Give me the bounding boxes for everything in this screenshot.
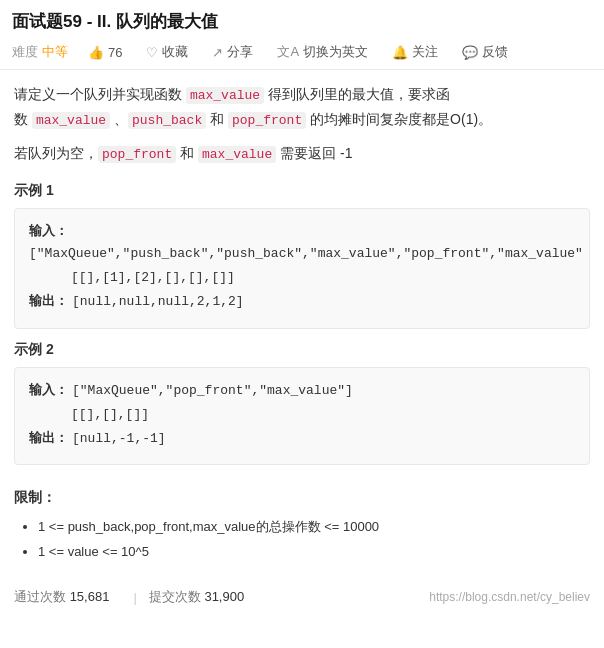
desc-text-5: 和 (206, 111, 228, 127)
code-pop-front: pop_front (228, 112, 306, 129)
feedback-button[interactable]: 💬 反馈 (458, 41, 512, 63)
constraint-item-1: 1 <= push_back,pop_front,max_value的总操作数 … (38, 515, 590, 540)
code-max-value-2: max_value (32, 112, 110, 129)
follow-button[interactable]: 🔔 关注 (388, 41, 442, 63)
difficulty-label: 难度 (12, 43, 38, 61)
code-push-back: push_back (128, 112, 206, 129)
switch-language-label: 切换为英文 (303, 43, 368, 61)
desc-text-4: 、 (110, 111, 128, 127)
submit-count: 提交次数 31,900 (149, 588, 244, 606)
share-button[interactable]: ↗ 分享 (208, 41, 257, 63)
switch-language-button[interactable]: 文A 切换为英文 (273, 41, 372, 63)
pass-label: 通过次数 (14, 589, 66, 604)
example2-input-line1: ["MaxQueue","pop_front","max_value"] (72, 380, 353, 402)
desc-text-9: 需要返回 -1 (276, 145, 352, 161)
code-pop-front-2: pop_front (98, 146, 176, 163)
comment-icon: 💬 (462, 45, 478, 60)
example1-input-line1: ["MaxQueue","push_back","push_back","max… (29, 243, 583, 265)
code-max-value-3: max_value (198, 146, 276, 163)
example2-input-label: 输入： (29, 380, 68, 402)
thumbs-up-count: 76 (108, 45, 122, 60)
thumbs-up-icon: 👍 (88, 45, 104, 60)
submit-label: 提交次数 (149, 589, 201, 604)
content-area: 请定义一个队列并实现函数 max_value 得到队列里的最大值，要求函 数 m… (0, 70, 604, 576)
problem-description-2: 若队列为空，pop_front 和 max_value 需要返回 -1 (14, 141, 590, 166)
share-icon: ↗ (212, 45, 223, 60)
desc-text-6: 的均摊时间复杂度都是O(1)。 (306, 111, 492, 127)
translate-icon: 文A (277, 43, 299, 61)
example2-content: 输入： ["MaxQueue","pop_front","max_value"]… (29, 380, 575, 450)
bell-icon: 🔔 (392, 45, 408, 60)
desc-text-7: 若队列为空， (14, 145, 98, 161)
footer-link: https://blog.csdn.net/cy_believ (429, 590, 590, 604)
share-label: 分享 (227, 43, 253, 61)
page-title: 面试题59 - II. 队列的最大值 (12, 10, 592, 33)
feedback-label: 反馈 (482, 43, 508, 61)
thumbs-up-button[interactable]: 👍 76 (84, 43, 126, 62)
example1-block: 输入： ["MaxQueue","push_back","push_back",… (14, 208, 590, 328)
example2-output-value: [null,-1,-1] (72, 428, 166, 450)
example1-output-row: 输出： [null,null,null,2,1,2] (29, 291, 575, 313)
example1-input-label: 输入： (29, 221, 68, 243)
follow-label: 关注 (412, 43, 438, 61)
example1-content: 输入： ["MaxQueue","push_back","push_back",… (29, 221, 575, 313)
example1-input-row: 输入： ["MaxQueue","push_back","push_back",… (29, 221, 575, 265)
example2-input-line2: [[],[],[]] (29, 404, 575, 426)
footer: 通过次数 15,681 | 提交次数 31,900 https://blog.c… (0, 576, 604, 612)
header: 面试题59 - II. 队列的最大值 难度 中等 👍 76 ♡ 收藏 ↗ 分享 … (0, 0, 604, 70)
desc-text-3: 数 (14, 111, 32, 127)
example2-title: 示例 2 (14, 341, 590, 359)
problem-description: 请定义一个队列并实现函数 max_value 得到队列里的最大值，要求函 数 m… (14, 82, 590, 133)
pass-value: 15,681 (70, 589, 110, 604)
constraint-item-2: 1 <= value <= 10^5 (38, 540, 590, 565)
example2-block: 输入： ["MaxQueue","pop_front","max_value"]… (14, 367, 590, 465)
desc-text-8: 和 (176, 145, 198, 161)
code-max-value-1: max_value (186, 87, 264, 104)
footer-divider: | (133, 590, 136, 605)
example2-output-row: 输出： [null,-1,-1] (29, 428, 575, 450)
submit-value: 31,900 (204, 589, 244, 604)
example1-output-value: [null,null,null,2,1,2] (72, 291, 244, 313)
difficulty-value: 中等 (42, 43, 68, 61)
pass-count: 通过次数 15,681 (14, 588, 109, 606)
example2-output-label: 输出： (29, 428, 68, 450)
favorite-label: 收藏 (162, 43, 188, 61)
meta-row: 难度 中等 👍 76 ♡ 收藏 ↗ 分享 文A 切换为英文 🔔 关注 💬 反馈 (12, 41, 592, 63)
heart-icon: ♡ (146, 45, 158, 60)
example1-title: 示例 1 (14, 182, 590, 200)
constraint-list: 1 <= push_back,pop_front,max_value的总操作数 … (14, 515, 590, 564)
example1-input-line2: [[],[1],[2],[],[],[]] (29, 267, 575, 289)
constraints-title: 限制： (14, 489, 590, 507)
favorite-button[interactable]: ♡ 收藏 (142, 41, 192, 63)
example2-input-row: 输入： ["MaxQueue","pop_front","max_value"] (29, 380, 575, 402)
desc-text-1: 请定义一个队列并实现函数 (14, 86, 186, 102)
example1-output-label: 输出： (29, 291, 68, 313)
desc-text-2: 得到队列里的最大值，要求函 (264, 86, 450, 102)
